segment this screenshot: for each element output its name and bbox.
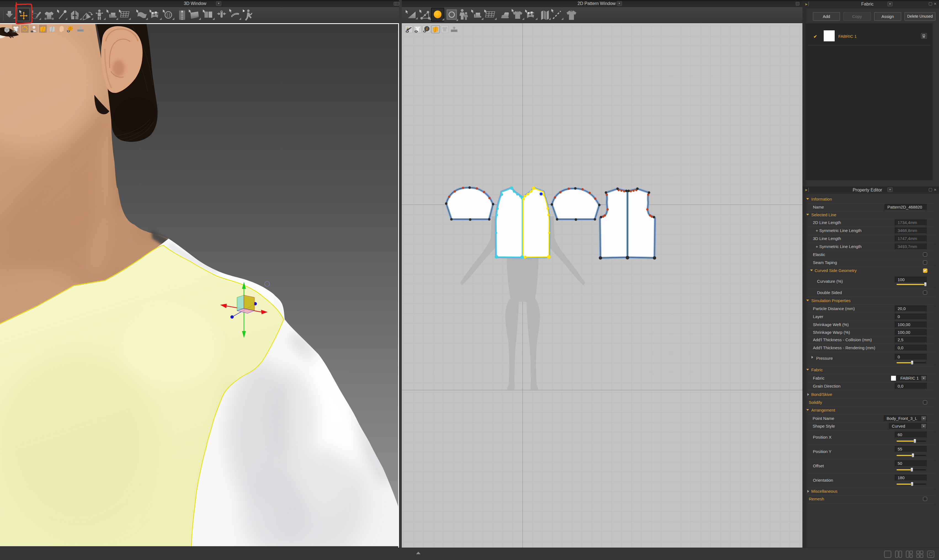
svg-text:i: i — [426, 27, 428, 31]
